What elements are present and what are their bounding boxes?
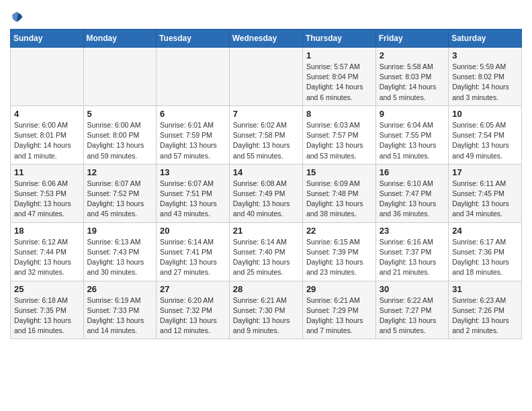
logo bbox=[10, 10, 26, 24]
day-info: Sunrise: 6:10 AM Sunset: 7:47 PM Dayligh… bbox=[380, 179, 445, 220]
weekday-header: Monday bbox=[83, 30, 157, 48]
day-info: Sunrise: 6:14 AM Sunset: 7:41 PM Dayligh… bbox=[160, 237, 226, 278]
calendar-cell bbox=[157, 48, 230, 106]
day-info: Sunrise: 6:07 AM Sunset: 7:52 PM Dayligh… bbox=[87, 179, 153, 220]
day-info: Sunrise: 6:05 AM Sunset: 7:54 PM Dayligh… bbox=[452, 120, 518, 161]
day-info: Sunrise: 5:58 AM Sunset: 8:03 PM Dayligh… bbox=[380, 62, 445, 103]
calendar-cell: 19Sunrise: 6:13 AM Sunset: 7:43 PM Dayli… bbox=[83, 222, 157, 281]
day-number: 1 bbox=[306, 50, 372, 60]
calendar-cell: 20Sunrise: 6:14 AM Sunset: 7:41 PM Dayli… bbox=[157, 222, 230, 281]
day-number: 4 bbox=[14, 109, 80, 119]
day-info: Sunrise: 6:00 AM Sunset: 8:01 PM Dayligh… bbox=[14, 120, 80, 161]
calendar-cell: 29Sunrise: 6:21 AM Sunset: 7:29 PM Dayli… bbox=[302, 281, 375, 339]
day-info: Sunrise: 6:23 AM Sunset: 7:26 PM Dayligh… bbox=[452, 295, 518, 336]
day-info: Sunrise: 6:13 AM Sunset: 7:43 PM Dayligh… bbox=[87, 237, 153, 278]
calendar-cell: 25Sunrise: 6:18 AM Sunset: 7:35 PM Dayli… bbox=[11, 281, 84, 339]
day-info: Sunrise: 6:02 AM Sunset: 7:58 PM Dayligh… bbox=[233, 120, 299, 161]
day-info: Sunrise: 6:21 AM Sunset: 7:29 PM Dayligh… bbox=[306, 295, 372, 336]
day-number: 8 bbox=[306, 109, 372, 119]
calendar-cell: 10Sunrise: 6:05 AM Sunset: 7:54 PM Dayli… bbox=[449, 105, 522, 164]
day-info: Sunrise: 6:00 AM Sunset: 8:00 PM Dayligh… bbox=[87, 120, 153, 161]
day-info: Sunrise: 6:20 AM Sunset: 7:32 PM Dayligh… bbox=[160, 295, 226, 336]
day-number: 13 bbox=[160, 167, 226, 177]
calendar-cell: 6Sunrise: 6:01 AM Sunset: 7:59 PM Daylig… bbox=[157, 105, 230, 164]
calendar-cell: 4Sunrise: 6:00 AM Sunset: 8:01 PM Daylig… bbox=[11, 105, 84, 164]
calendar-cell: 17Sunrise: 6:11 AM Sunset: 7:45 PM Dayli… bbox=[449, 164, 522, 222]
day-info: Sunrise: 6:19 AM Sunset: 7:33 PM Dayligh… bbox=[87, 295, 153, 336]
calendar-cell: 22Sunrise: 6:15 AM Sunset: 7:39 PM Dayli… bbox=[302, 222, 375, 281]
day-number: 2 bbox=[380, 50, 445, 60]
day-number: 20 bbox=[160, 226, 226, 236]
calendar-cell: 31Sunrise: 6:23 AM Sunset: 7:26 PM Dayli… bbox=[449, 281, 522, 339]
day-number: 3 bbox=[452, 50, 518, 60]
day-number: 5 bbox=[87, 109, 153, 119]
calendar-cell: 18Sunrise: 6:12 AM Sunset: 7:44 PM Dayli… bbox=[11, 222, 84, 281]
day-info: Sunrise: 6:04 AM Sunset: 7:55 PM Dayligh… bbox=[380, 120, 445, 161]
calendar-cell: 23Sunrise: 6:16 AM Sunset: 7:37 PM Dayli… bbox=[375, 222, 449, 281]
calendar-cell: 5Sunrise: 6:00 AM Sunset: 8:00 PM Daylig… bbox=[83, 105, 157, 164]
day-number: 11 bbox=[14, 167, 80, 177]
day-number: 26 bbox=[87, 284, 153, 294]
day-info: Sunrise: 6:11 AM Sunset: 7:45 PM Dayligh… bbox=[452, 179, 518, 220]
calendar-table: SundayMondayTuesdayWednesdayThursdayFrid… bbox=[10, 29, 522, 339]
day-number: 7 bbox=[233, 109, 299, 119]
calendar-cell: 21Sunrise: 6:14 AM Sunset: 7:40 PM Dayli… bbox=[229, 222, 302, 281]
day-number: 22 bbox=[306, 226, 372, 236]
calendar-cell: 30Sunrise: 6:22 AM Sunset: 7:27 PM Dayli… bbox=[375, 281, 449, 339]
day-info: Sunrise: 6:12 AM Sunset: 7:44 PM Dayligh… bbox=[14, 237, 80, 278]
day-number: 19 bbox=[87, 226, 153, 236]
day-number: 12 bbox=[87, 167, 153, 177]
calendar-cell bbox=[229, 48, 302, 106]
calendar-cell bbox=[11, 48, 84, 106]
weekday-header: Thursday bbox=[302, 30, 375, 48]
calendar-cell: 3Sunrise: 5:59 AM Sunset: 8:02 PM Daylig… bbox=[449, 48, 522, 106]
day-info: Sunrise: 5:57 AM Sunset: 8:04 PM Dayligh… bbox=[306, 62, 372, 103]
day-number: 24 bbox=[452, 226, 518, 236]
day-info: Sunrise: 6:22 AM Sunset: 7:27 PM Dayligh… bbox=[380, 295, 445, 336]
weekday-header: Wednesday bbox=[229, 30, 302, 48]
day-number: 18 bbox=[14, 226, 80, 236]
day-number: 30 bbox=[380, 284, 445, 294]
calendar-cell: 2Sunrise: 5:58 AM Sunset: 8:03 PM Daylig… bbox=[375, 48, 449, 106]
day-number: 15 bbox=[306, 167, 372, 177]
calendar-cell: 7Sunrise: 6:02 AM Sunset: 7:58 PM Daylig… bbox=[229, 105, 302, 164]
day-info: Sunrise: 6:03 AM Sunset: 7:57 PM Dayligh… bbox=[306, 120, 372, 161]
day-info: Sunrise: 6:06 AM Sunset: 7:53 PM Dayligh… bbox=[14, 179, 80, 220]
day-info: Sunrise: 6:09 AM Sunset: 7:48 PM Dayligh… bbox=[306, 179, 372, 220]
day-info: Sunrise: 6:15 AM Sunset: 7:39 PM Dayligh… bbox=[306, 237, 372, 278]
day-number: 10 bbox=[452, 109, 518, 119]
day-info: Sunrise: 6:18 AM Sunset: 7:35 PM Dayligh… bbox=[14, 295, 80, 336]
day-info: Sunrise: 6:21 AM Sunset: 7:30 PM Dayligh… bbox=[233, 295, 299, 336]
day-number: 6 bbox=[160, 109, 226, 119]
calendar-cell: 26Sunrise: 6:19 AM Sunset: 7:33 PM Dayli… bbox=[83, 281, 157, 339]
day-number: 17 bbox=[452, 167, 518, 177]
calendar-cell: 14Sunrise: 6:08 AM Sunset: 7:49 PM Dayli… bbox=[229, 164, 302, 222]
calendar-cell bbox=[83, 48, 157, 106]
calendar-cell: 8Sunrise: 6:03 AM Sunset: 7:57 PM Daylig… bbox=[302, 105, 375, 164]
calendar-header: SundayMondayTuesdayWednesdayThursdayFrid… bbox=[11, 30, 522, 48]
calendar-cell: 24Sunrise: 6:17 AM Sunset: 7:36 PM Dayli… bbox=[449, 222, 522, 281]
day-number: 23 bbox=[380, 226, 445, 236]
day-info: Sunrise: 5:59 AM Sunset: 8:02 PM Dayligh… bbox=[452, 62, 518, 103]
weekday-header: Friday bbox=[375, 30, 449, 48]
logo-icon bbox=[10, 10, 24, 24]
day-info: Sunrise: 6:14 AM Sunset: 7:40 PM Dayligh… bbox=[233, 237, 299, 278]
day-number: 29 bbox=[306, 284, 372, 294]
weekday-header: Tuesday bbox=[157, 30, 230, 48]
day-number: 31 bbox=[452, 284, 518, 294]
day-info: Sunrise: 6:08 AM Sunset: 7:49 PM Dayligh… bbox=[233, 179, 299, 220]
calendar-cell: 27Sunrise: 6:20 AM Sunset: 7:32 PM Dayli… bbox=[157, 281, 230, 339]
day-number: 27 bbox=[160, 284, 226, 294]
day-number: 9 bbox=[380, 109, 445, 119]
calendar-cell: 1Sunrise: 5:57 AM Sunset: 8:04 PM Daylig… bbox=[302, 48, 375, 106]
calendar-cell: 12Sunrise: 6:07 AM Sunset: 7:52 PM Dayli… bbox=[83, 164, 157, 222]
day-number: 28 bbox=[233, 284, 299, 294]
calendar-cell: 9Sunrise: 6:04 AM Sunset: 7:55 PM Daylig… bbox=[375, 105, 449, 164]
day-info: Sunrise: 6:01 AM Sunset: 7:59 PM Dayligh… bbox=[160, 120, 226, 161]
calendar-cell: 11Sunrise: 6:06 AM Sunset: 7:53 PM Dayli… bbox=[11, 164, 84, 222]
day-info: Sunrise: 6:07 AM Sunset: 7:51 PM Dayligh… bbox=[160, 179, 226, 220]
day-info: Sunrise: 6:16 AM Sunset: 7:37 PM Dayligh… bbox=[380, 237, 445, 278]
calendar-cell: 16Sunrise: 6:10 AM Sunset: 7:47 PM Dayli… bbox=[375, 164, 449, 222]
day-number: 14 bbox=[233, 167, 299, 177]
calendar-cell: 15Sunrise: 6:09 AM Sunset: 7:48 PM Dayli… bbox=[302, 164, 375, 222]
